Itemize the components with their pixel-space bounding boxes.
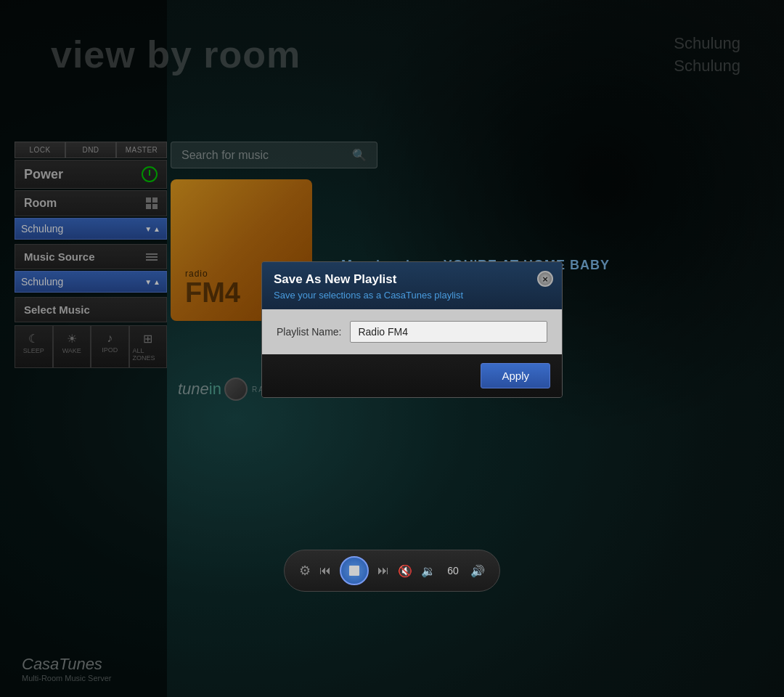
next-button[interactable]: ⏭ (377, 564, 389, 577)
modal-subtitle: Save your selections as a CasaTunes play… (274, 290, 550, 301)
casatunes-sub: Multi-Room Music Server (22, 674, 111, 682)
casatunes-logo: CasaTunes Multi-Room Music Server (22, 655, 111, 682)
vol-down-button[interactable]: 🔉 (421, 564, 436, 578)
modal-header: Save As New Playlist Save your selection… (262, 262, 562, 309)
modal-title: Save As New Playlist (274, 272, 550, 287)
settings-button[interactable]: ⚙ (299, 563, 311, 579)
stop-button[interactable] (340, 556, 369, 585)
modal-body: Playlist Name: (262, 309, 562, 354)
casatunes-name: CasaTunes (22, 655, 111, 674)
playlist-name-label: Playlist Name: (277, 326, 341, 338)
prev-button[interactable]: ⏮ (319, 564, 331, 577)
mute-button[interactable]: 🔇 (398, 564, 412, 578)
playback-controls: ⚙ ⏮ ⏭ 🔇 🔉 60 🔊 (284, 550, 500, 592)
apply-button[interactable]: Apply (481, 363, 550, 388)
modal-footer: Apply (262, 354, 562, 397)
vol-up-button[interactable]: 🔊 (470, 564, 485, 578)
stop-icon (349, 566, 359, 576)
close-button[interactable]: × (537, 271, 553, 287)
volume-display: 60 (444, 565, 462, 576)
save-playlist-modal: Save As New Playlist Save your selection… (261, 261, 563, 398)
playlist-name-input[interactable] (350, 321, 547, 343)
